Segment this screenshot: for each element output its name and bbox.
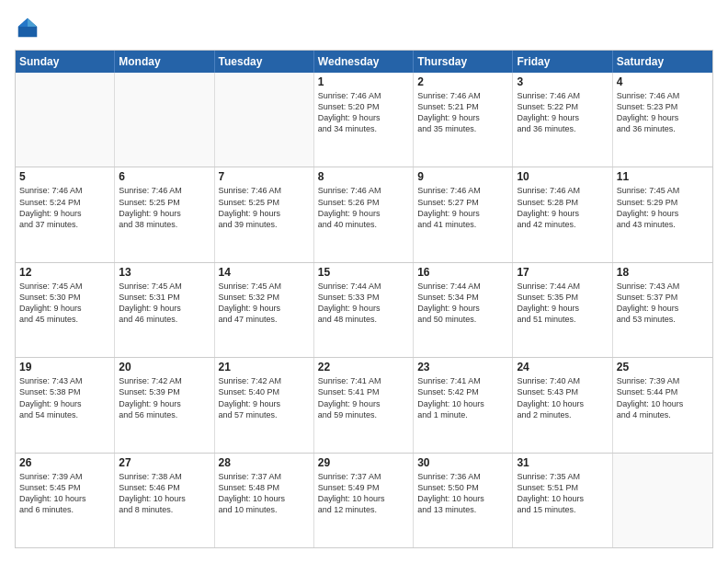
cal-cell: 5Sunrise: 7:46 AM Sunset: 5:24 PM Daylig… xyxy=(16,167,115,261)
cal-cell: 13Sunrise: 7:45 AM Sunset: 5:31 PM Dayli… xyxy=(115,263,214,357)
day-info: Sunrise: 7:46 AM Sunset: 5:25 PM Dayligh… xyxy=(219,185,310,230)
day-info: Sunrise: 7:40 AM Sunset: 5:43 PM Dayligh… xyxy=(517,375,608,420)
cal-cell: 10Sunrise: 7:46 AM Sunset: 5:28 PM Dayli… xyxy=(513,167,612,261)
day-info: Sunrise: 7:44 AM Sunset: 5:33 PM Dayligh… xyxy=(318,281,409,326)
day-number: 17 xyxy=(517,266,608,279)
day-number: 25 xyxy=(617,361,709,373)
cal-cell: 25Sunrise: 7:39 AM Sunset: 5:44 PM Dayli… xyxy=(613,358,712,452)
cal-cell xyxy=(16,73,115,167)
day-info: Sunrise: 7:46 AM Sunset: 5:28 PM Dayligh… xyxy=(517,185,608,230)
cal-cell: 17Sunrise: 7:44 AM Sunset: 5:35 PM Dayli… xyxy=(513,263,612,357)
day-info: Sunrise: 7:41 AM Sunset: 5:42 PM Dayligh… xyxy=(417,375,508,420)
day-info: Sunrise: 7:36 AM Sunset: 5:50 PM Dayligh… xyxy=(417,471,508,516)
cal-cell: 15Sunrise: 7:44 AM Sunset: 5:33 PM Dayli… xyxy=(314,263,414,357)
cal-cell: 4Sunrise: 7:46 AM Sunset: 5:23 PM Daylig… xyxy=(613,73,712,167)
cal-cell: 11Sunrise: 7:45 AM Sunset: 5:29 PM Dayli… xyxy=(613,167,712,261)
cal-cell: 16Sunrise: 7:44 AM Sunset: 5:34 PM Dayli… xyxy=(414,263,513,357)
day-number: 3 xyxy=(517,75,608,88)
week-row-2: 12Sunrise: 7:45 AM Sunset: 5:30 PM Dayli… xyxy=(16,262,712,357)
day-number: 27 xyxy=(119,456,210,469)
day-number: 15 xyxy=(318,266,409,279)
cal-cell: 1Sunrise: 7:46 AM Sunset: 5:20 PM Daylig… xyxy=(314,73,414,167)
day-header-sunday: Sunday xyxy=(16,51,115,73)
day-number: 8 xyxy=(318,170,409,183)
week-row-0: 1Sunrise: 7:46 AM Sunset: 5:20 PM Daylig… xyxy=(16,73,712,167)
cal-cell: 26Sunrise: 7:39 AM Sunset: 5:45 PM Dayli… xyxy=(16,454,115,547)
day-number: 13 xyxy=(119,266,210,279)
day-info: Sunrise: 7:43 AM Sunset: 5:37 PM Dayligh… xyxy=(617,281,709,326)
day-number: 18 xyxy=(617,266,709,279)
cal-cell: 29Sunrise: 7:37 AM Sunset: 5:49 PM Dayli… xyxy=(314,454,414,547)
week-row-1: 5Sunrise: 7:46 AM Sunset: 5:24 PM Daylig… xyxy=(16,167,712,261)
week-row-3: 19Sunrise: 7:43 AM Sunset: 5:38 PM Dayli… xyxy=(16,357,712,452)
cal-cell: 21Sunrise: 7:42 AM Sunset: 5:40 PM Dayli… xyxy=(215,358,314,452)
day-info: Sunrise: 7:37 AM Sunset: 5:48 PM Dayligh… xyxy=(219,471,310,516)
svg-marker-2 xyxy=(18,18,28,27)
day-info: Sunrise: 7:42 AM Sunset: 5:39 PM Dayligh… xyxy=(119,375,210,420)
day-number: 10 xyxy=(517,170,608,183)
day-number: 16 xyxy=(417,266,508,279)
day-info: Sunrise: 7:43 AM Sunset: 5:38 PM Dayligh… xyxy=(19,375,110,420)
day-info: Sunrise: 7:46 AM Sunset: 5:23 PM Dayligh… xyxy=(617,90,709,135)
day-header-friday: Friday xyxy=(513,51,612,73)
day-number: 2 xyxy=(417,75,508,88)
day-header-tuesday: Tuesday xyxy=(215,51,314,73)
day-number: 5 xyxy=(19,170,110,183)
day-number: 9 xyxy=(417,170,508,183)
day-info: Sunrise: 7:37 AM Sunset: 5:49 PM Dayligh… xyxy=(318,471,409,516)
cal-cell: 14Sunrise: 7:45 AM Sunset: 5:32 PM Dayli… xyxy=(215,263,314,357)
day-info: Sunrise: 7:46 AM Sunset: 5:26 PM Dayligh… xyxy=(318,185,409,230)
day-info: Sunrise: 7:41 AM Sunset: 5:41 PM Dayligh… xyxy=(318,375,409,420)
calendar: SundayMondayTuesdayWednesdayThursdayFrid… xyxy=(15,50,713,548)
cal-cell: 27Sunrise: 7:38 AM Sunset: 5:46 PM Dayli… xyxy=(115,454,214,547)
cal-cell: 30Sunrise: 7:36 AM Sunset: 5:50 PM Dayli… xyxy=(414,454,513,547)
cal-cell xyxy=(215,73,314,167)
day-number: 30 xyxy=(417,456,508,469)
day-number: 6 xyxy=(119,170,210,183)
svg-marker-1 xyxy=(28,18,37,27)
cal-cell: 8Sunrise: 7:46 AM Sunset: 5:26 PM Daylig… xyxy=(314,167,414,261)
day-info: Sunrise: 7:39 AM Sunset: 5:44 PM Dayligh… xyxy=(617,375,709,420)
day-number: 29 xyxy=(318,456,409,469)
cal-cell: 23Sunrise: 7:41 AM Sunset: 5:42 PM Dayli… xyxy=(414,358,513,452)
day-number: 24 xyxy=(517,361,608,373)
day-header-thursday: Thursday xyxy=(414,51,513,73)
cal-cell: 20Sunrise: 7:42 AM Sunset: 5:39 PM Dayli… xyxy=(115,358,214,452)
cal-cell: 28Sunrise: 7:37 AM Sunset: 5:48 PM Dayli… xyxy=(215,454,314,547)
cal-cell xyxy=(613,454,712,547)
day-number: 26 xyxy=(19,456,110,469)
day-info: Sunrise: 7:46 AM Sunset: 5:22 PM Dayligh… xyxy=(517,90,608,135)
cal-cell: 9Sunrise: 7:46 AM Sunset: 5:27 PM Daylig… xyxy=(414,167,513,261)
day-info: Sunrise: 7:45 AM Sunset: 5:29 PM Dayligh… xyxy=(617,185,709,230)
week-row-4: 26Sunrise: 7:39 AM Sunset: 5:45 PM Dayli… xyxy=(16,453,712,547)
logo-icon xyxy=(15,15,40,40)
cal-cell: 6Sunrise: 7:46 AM Sunset: 5:25 PM Daylig… xyxy=(115,167,214,261)
day-number: 7 xyxy=(219,170,310,183)
day-number: 20 xyxy=(119,361,210,373)
cal-cell: 24Sunrise: 7:40 AM Sunset: 5:43 PM Dayli… xyxy=(513,358,612,452)
day-number: 19 xyxy=(19,361,110,373)
cal-cell: 7Sunrise: 7:46 AM Sunset: 5:25 PM Daylig… xyxy=(215,167,314,261)
day-info: Sunrise: 7:46 AM Sunset: 5:20 PM Dayligh… xyxy=(318,90,409,135)
page: SundayMondayTuesdayWednesdayThursdayFrid… xyxy=(0,0,728,563)
day-info: Sunrise: 7:46 AM Sunset: 5:24 PM Dayligh… xyxy=(19,185,110,230)
cal-cell: 31Sunrise: 7:35 AM Sunset: 5:51 PM Dayli… xyxy=(513,454,612,547)
cal-cell xyxy=(115,73,214,167)
day-number: 31 xyxy=(517,456,608,469)
calendar-body: 1Sunrise: 7:46 AM Sunset: 5:20 PM Daylig… xyxy=(16,73,712,547)
day-number: 11 xyxy=(617,170,709,183)
day-info: Sunrise: 7:46 AM Sunset: 5:21 PM Dayligh… xyxy=(417,90,508,135)
day-info: Sunrise: 7:45 AM Sunset: 5:32 PM Dayligh… xyxy=(219,281,310,326)
day-number: 22 xyxy=(318,361,409,373)
cal-cell: 12Sunrise: 7:45 AM Sunset: 5:30 PM Dayli… xyxy=(16,263,115,357)
calendar-header: SundayMondayTuesdayWednesdayThursdayFrid… xyxy=(16,51,712,73)
day-number: 12 xyxy=(19,266,110,279)
day-info: Sunrise: 7:46 AM Sunset: 5:27 PM Dayligh… xyxy=(417,185,508,230)
cal-cell: 3Sunrise: 7:46 AM Sunset: 5:22 PM Daylig… xyxy=(513,73,612,167)
cal-cell: 22Sunrise: 7:41 AM Sunset: 5:41 PM Dayli… xyxy=(314,358,414,452)
day-info: Sunrise: 7:42 AM Sunset: 5:40 PM Dayligh… xyxy=(219,375,310,420)
day-info: Sunrise: 7:45 AM Sunset: 5:30 PM Dayligh… xyxy=(19,281,110,326)
day-info: Sunrise: 7:44 AM Sunset: 5:34 PM Dayligh… xyxy=(417,281,508,326)
day-number: 23 xyxy=(417,361,508,373)
day-info: Sunrise: 7:38 AM Sunset: 5:46 PM Dayligh… xyxy=(119,471,210,516)
